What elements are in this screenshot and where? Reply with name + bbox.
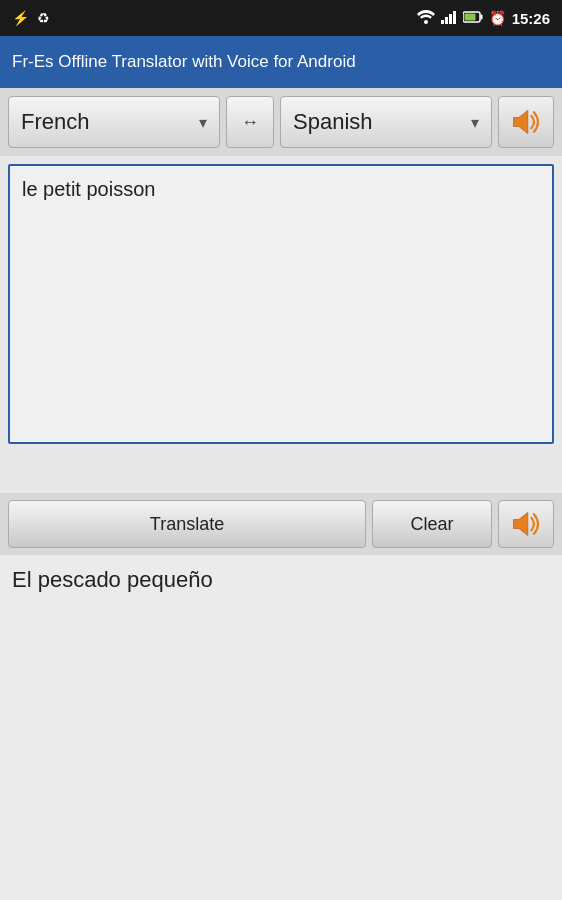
svg-rect-4 bbox=[453, 11, 456, 24]
speaker-icon bbox=[510, 108, 542, 136]
source-language-label: French bbox=[21, 109, 89, 135]
swap-icon: ↔ bbox=[241, 112, 259, 133]
svg-rect-2 bbox=[445, 17, 448, 24]
clear-button[interactable]: Clear bbox=[372, 500, 492, 548]
app-body: French ▾ ↔ Spanish ▾ le petit poisson Tr… bbox=[0, 88, 562, 900]
target-language-dropdown-arrow: ▾ bbox=[471, 113, 479, 132]
svg-point-0 bbox=[424, 20, 428, 24]
output-text: El pescado pequeño bbox=[12, 567, 213, 592]
action-buttons-row: Translate Clear bbox=[0, 493, 562, 555]
svg-rect-1 bbox=[441, 20, 444, 24]
signal-icon bbox=[441, 10, 457, 27]
source-speaker-button[interactable] bbox=[498, 96, 554, 148]
status-right-icons: ⏰ 15:26 bbox=[417, 10, 550, 27]
status-left-icons: ⚡ ♻ bbox=[12, 10, 50, 26]
input-textarea[interactable]: le petit poisson bbox=[8, 164, 554, 444]
target-language-selector[interactable]: Spanish ▾ bbox=[280, 96, 492, 148]
app-title: Fr-Es Offline Translator with Voice for … bbox=[12, 52, 356, 72]
translate-button[interactable]: Translate bbox=[8, 500, 366, 548]
source-language-selector[interactable]: French ▾ bbox=[8, 96, 220, 148]
target-language-label: Spanish bbox=[293, 109, 373, 135]
svg-rect-3 bbox=[449, 14, 452, 24]
output-area: El pescado pequeño bbox=[0, 555, 562, 900]
status-time: 15:26 bbox=[512, 10, 550, 27]
swap-languages-button[interactable]: ↔ bbox=[226, 96, 274, 148]
svg-rect-6 bbox=[480, 15, 482, 20]
title-bar: Fr-Es Offline Translator with Voice for … bbox=[0, 36, 562, 88]
source-language-dropdown-arrow: ▾ bbox=[199, 113, 207, 132]
output-speaker-icon bbox=[510, 510, 542, 538]
svg-rect-7 bbox=[464, 14, 475, 21]
language-selector-row: French ▾ ↔ Spanish ▾ bbox=[0, 88, 562, 156]
svg-marker-9 bbox=[514, 512, 528, 535]
wifi-icon bbox=[417, 10, 435, 27]
battery-icon bbox=[463, 10, 483, 26]
output-speaker-button[interactable] bbox=[498, 500, 554, 548]
clear-label: Clear bbox=[410, 514, 453, 535]
alarm-icon: ⏰ bbox=[489, 10, 506, 26]
svg-marker-8 bbox=[514, 110, 528, 133]
recycle-icon: ♻ bbox=[37, 10, 50, 26]
usb-icon: ⚡ bbox=[12, 10, 29, 26]
translate-label: Translate bbox=[150, 514, 224, 535]
status-bar: ⚡ ♻ ⏰ 15:26 bbox=[0, 0, 562, 36]
input-area: le petit poisson bbox=[0, 156, 562, 493]
